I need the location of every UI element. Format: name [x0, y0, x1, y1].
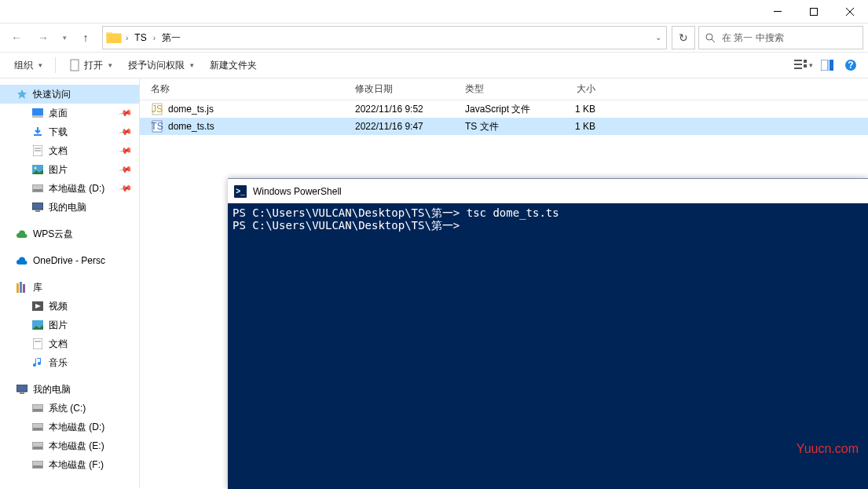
- sidebar-item-music[interactable]: 音乐: [0, 353, 139, 372]
- sidebar-item-lib-docs[interactable]: 文档: [0, 334, 139, 353]
- breadcrumb-part[interactable]: TS: [131, 32, 149, 43]
- forward-button[interactable]: →: [31, 27, 55, 49]
- sidebar-item-mypc[interactable]: 我的电脑: [0, 198, 139, 217]
- preview-pane-button[interactable]: [818, 56, 837, 75]
- pin-icon: 📌: [119, 181, 134, 196]
- svg-rect-28: [16, 283, 19, 293]
- pin-icon: 📌: [119, 106, 134, 121]
- powershell-window[interactable]: >_ Windows PowerShell PS C:\Users\VULCAN…: [228, 178, 868, 489]
- sidebar-item-downloads[interactable]: 下载📌: [0, 122, 139, 141]
- address-bar[interactable]: › TS › 第一 ⌄: [102, 26, 667, 49]
- powershell-titlebar[interactable]: >_ Windows PowerShell: [228, 179, 868, 203]
- js-file-icon: JS: [151, 103, 163, 115]
- column-date[interactable]: 修改日期: [344, 82, 454, 96]
- sidebar-item-sysc[interactable]: 系统 (C:): [0, 399, 139, 418]
- window-titlebar: [0, 0, 868, 24]
- svg-rect-36: [16, 385, 27, 392]
- library-icon: [16, 281, 28, 294]
- close-button[interactable]: [832, 0, 868, 23]
- svg-rect-10: [804, 60, 807, 63]
- svg-marker-16: [17, 89, 27, 99]
- chevron-right-icon: ›: [150, 34, 159, 42]
- sidebar-item-locald2[interactable]: 本地磁盘 (D:): [0, 418, 139, 436]
- sidebar-item-quickaccess[interactable]: 快速访问: [0, 85, 139, 104]
- computer-icon: [31, 201, 44, 213]
- command-toolbar: 组织▾ 打开▾ 授予访问权限▾ 新建文件夹 ▾ ?: [0, 52, 868, 78]
- chevron-down-icon: ▾: [108, 61, 112, 69]
- svg-rect-13: [830, 60, 833, 71]
- sidebar-item-onedrive[interactable]: OneDrive - Persc: [0, 251, 139, 270]
- sidebar-item-video[interactable]: 视频: [0, 297, 139, 316]
- refresh-button[interactable]: ↻: [672, 26, 695, 49]
- minimize-button[interactable]: [760, 0, 796, 23]
- svg-rect-8: [794, 64, 802, 65]
- file-date: 2022/11/16 9:52: [344, 104, 454, 115]
- search-placeholder: 在 第一 中搜索: [722, 31, 784, 45]
- open-button[interactable]: 打开▾: [62, 55, 119, 75]
- svg-rect-39: [33, 409, 42, 411]
- file-row[interactable]: TSdome_ts.ts 2022/11/16 9:47 TS 文件 1 KB: [140, 118, 868, 135]
- svg-rect-7: [794, 60, 802, 61]
- powershell-title-text: Windows PowerShell: [253, 186, 342, 197]
- svg-rect-26: [32, 203, 43, 210]
- pin-icon: 📌: [119, 162, 134, 177]
- column-size[interactable]: 大小: [548, 82, 603, 96]
- column-type[interactable]: 类型: [454, 82, 548, 96]
- file-row[interactable]: JSdome_ts.js 2022/11/16 9:52 JavaScript …: [140, 100, 868, 118]
- file-name: dome_ts.ts: [168, 121, 214, 132]
- pin-icon: 📌: [119, 144, 134, 159]
- sidebar-item-desktop[interactable]: 桌面📌: [0, 104, 139, 122]
- sidebar-item-localf[interactable]: 本地磁盘 (F:): [0, 455, 139, 474]
- svg-rect-27: [35, 210, 40, 212]
- search-input[interactable]: 在 第一 中搜索: [698, 26, 863, 49]
- document-icon: [31, 144, 44, 157]
- view-options-button[interactable]: ▾: [794, 56, 813, 75]
- file-type: JavaScript 文件: [454, 103, 548, 116]
- ts-file-icon: TS: [151, 120, 163, 133]
- svg-point-23: [35, 167, 37, 170]
- cloud-icon: [16, 254, 28, 267]
- back-button[interactable]: ←: [5, 27, 28, 49]
- address-dropdown[interactable]: ⌄: [649, 27, 666, 49]
- music-icon: [31, 356, 44, 369]
- history-dropdown[interactable]: ▾: [58, 27, 71, 49]
- sidebar-item-locale[interactable]: 本地磁盘 (E:): [0, 436, 139, 455]
- drive-icon: [31, 458, 44, 471]
- drive-icon: [31, 440, 44, 452]
- svg-rect-1: [811, 8, 818, 15]
- watermark-text: Yuucn.com: [797, 442, 859, 456]
- sidebar-item-pictures[interactable]: 图片📌: [0, 160, 139, 179]
- svg-rect-43: [33, 447, 42, 449]
- sidebar-item-lib-pictures[interactable]: 图片: [0, 316, 139, 334]
- drive-icon: [31, 402, 44, 414]
- svg-rect-6: [71, 60, 79, 71]
- chevron-down-icon: ▾: [38, 61, 42, 69]
- svg-text:JS: JS: [152, 104, 163, 115]
- sidebar-item-documents[interactable]: 文档📌: [0, 141, 139, 160]
- maximize-button[interactable]: [796, 0, 832, 23]
- svg-rect-45: [33, 465, 42, 468]
- up-button[interactable]: ↑: [74, 27, 97, 49]
- column-name[interactable]: 名称: [140, 82, 344, 96]
- navigation-sidebar: 快速访问 桌面📌 下载📌 文档📌 图片📌 本地磁盘 (D:)📌 我的电脑 WPS…: [0, 78, 140, 488]
- drive-icon: [31, 421, 44, 433]
- powershell-terminal[interactable]: PS C:\Users\VULCAN\Desktop\TS\第一> tsc do…: [228, 203, 868, 235]
- help-button[interactable]: ?: [841, 56, 860, 75]
- svg-point-4: [706, 34, 712, 40]
- sidebar-item-mypc2[interactable]: 我的电脑: [0, 380, 139, 399]
- sidebar-item-library[interactable]: 库: [0, 278, 139, 297]
- grant-access-button[interactable]: 授予访问权限▾: [122, 55, 200, 75]
- new-folder-button[interactable]: 新建文件夹: [203, 55, 263, 75]
- breadcrumb-part[interactable]: 第一: [159, 31, 184, 45]
- sidebar-item-local-d[interactable]: 本地磁盘 (D:)📌: [0, 179, 139, 198]
- download-icon: [31, 126, 44, 138]
- video-icon: [31, 300, 44, 312]
- svg-line-5: [712, 39, 715, 42]
- file-icon: [68, 59, 81, 71]
- file-size: 1 KB: [548, 121, 603, 132]
- svg-rect-37: [20, 392, 24, 394]
- sidebar-item-wps[interactable]: WPS云盘: [0, 224, 139, 243]
- organize-button[interactable]: 组织▾: [8, 55, 49, 75]
- svg-text:TS: TS: [151, 121, 163, 132]
- pictures-icon: [31, 163, 44, 176]
